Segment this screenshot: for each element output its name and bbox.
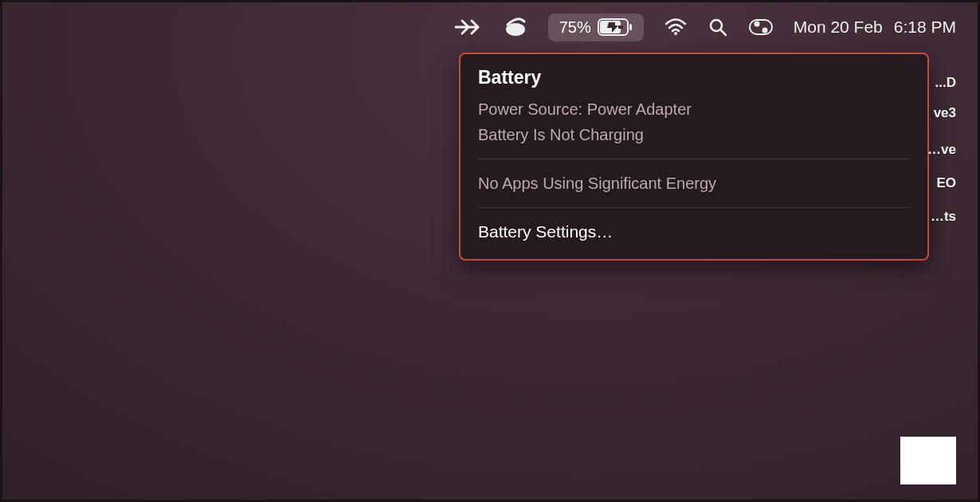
svg-rect-4 (618, 25, 623, 29)
control-center-icon[interactable] (749, 11, 773, 43)
divider (478, 159, 910, 159)
siri-icon[interactable] (504, 11, 527, 43)
menubar: 75% Mon 20 Feb 6:18 PM (454, 11, 956, 43)
svg-line-7 (720, 29, 726, 35)
wifi-icon[interactable] (664, 11, 687, 43)
watermark-square (900, 437, 956, 484)
datetime-menu-item[interactable]: Mon 20 Feb 6:18 PM (794, 18, 956, 37)
svg-point-10 (762, 28, 767, 33)
menubar-time: 6:18 PM (894, 18, 956, 37)
battery-menu-item[interactable]: 75% (548, 14, 644, 41)
svg-rect-2 (629, 24, 632, 30)
battery-dropdown-title: Battery (478, 67, 910, 88)
battery-charging-icon (598, 18, 633, 36)
search-icon[interactable] (708, 11, 728, 43)
desktop-icon-label[interactable]: ve3 (934, 105, 956, 121)
divider (478, 207, 910, 208)
svg-point-5 (674, 32, 677, 35)
svg-point-9 (754, 22, 759, 27)
battery-settings-button[interactable]: Battery Settings… (478, 219, 910, 245)
battery-status-line: Battery Is Not Charging (478, 122, 910, 147)
svg-rect-8 (750, 20, 772, 34)
apps-energy-line: No Apps Using Significant Energy (478, 171, 910, 196)
menubar-date: Mon 20 Feb (794, 18, 883, 37)
power-source-line: Power Source: Power Adapter (478, 96, 910, 122)
arrows-icon[interactable] (454, 11, 483, 43)
desktop-icon-label[interactable]: ...D (935, 75, 956, 91)
desktop-icon-label[interactable]: …ts (931, 209, 956, 225)
battery-dropdown: Battery Power Source: Power Adapter Batt… (459, 53, 929, 261)
battery-percentage: 75% (559, 18, 591, 37)
desktop-icon-label[interactable]: …ve (927, 142, 956, 158)
desktop-icon-label[interactable]: EO (936, 175, 956, 191)
